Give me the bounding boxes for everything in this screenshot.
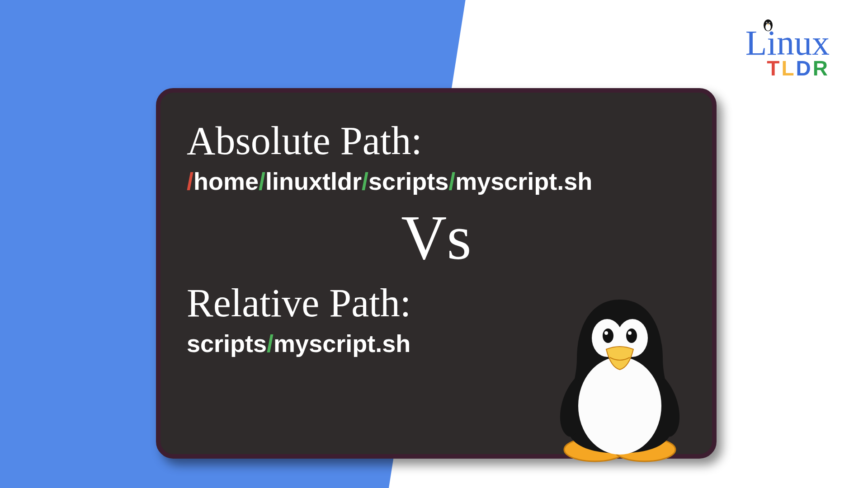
path-sep: / xyxy=(267,330,274,357)
path-segment: myscript.sh xyxy=(274,330,410,357)
vs-label: Vs xyxy=(187,206,686,269)
absolute-path-value: /home/linuxtldr/scripts/myscript.sh xyxy=(187,167,686,195)
svg-point-12 xyxy=(603,328,613,343)
path-sep: / xyxy=(362,168,368,195)
linux-tldr-logo: Linux TLDR xyxy=(745,27,830,80)
path-segment: scripts xyxy=(368,168,448,195)
path-segment: linuxtldr xyxy=(265,168,362,195)
path-segment: myscript.sh xyxy=(455,168,592,195)
svg-point-13 xyxy=(626,328,637,343)
tux-penguin-icon xyxy=(538,291,701,462)
path-sep: / xyxy=(259,168,265,195)
path-sep: / xyxy=(187,168,193,195)
chalkboard-panel: Absolute Path: /home/linuxtldr/scripts/m… xyxy=(156,88,717,459)
absolute-path-heading: Absolute Path: xyxy=(187,118,686,164)
svg-point-15 xyxy=(628,331,632,335)
svg-point-14 xyxy=(604,331,608,335)
path-segment: scripts xyxy=(187,330,267,357)
svg-point-9 xyxy=(578,357,661,455)
path-segment: home xyxy=(193,168,259,195)
path-sep: / xyxy=(448,168,455,195)
logo-text-linux: Linux xyxy=(745,27,830,59)
